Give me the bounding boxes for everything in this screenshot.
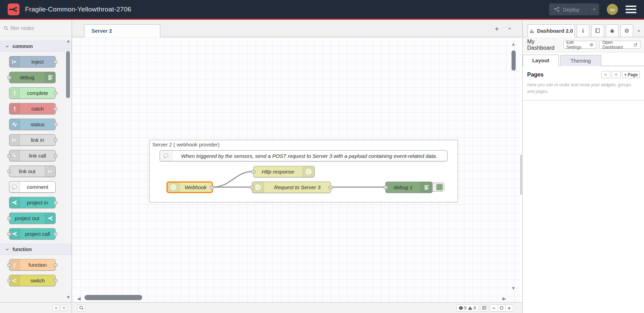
node-output-port[interactable] xyxy=(54,107,57,111)
user-avatar[interactable]: su xyxy=(607,4,618,15)
deploy-button[interactable]: Deploy xyxy=(549,3,599,15)
node-input-port[interactable] xyxy=(7,217,11,220)
add-page-button[interactable]: + Page xyxy=(622,71,640,78)
zoom-in-button[interactable]: + xyxy=(505,304,513,312)
external-link-icon xyxy=(634,43,637,47)
zoom-controls: − + xyxy=(490,304,513,312)
palette-node-project-call[interactable]: project call xyxy=(9,228,56,240)
canvas-scroll-left-icon[interactable]: ◀ xyxy=(77,296,81,301)
palette-category-function[interactable]: function xyxy=(0,244,72,255)
scroll-down-icon[interactable]: ▼ xyxy=(66,295,71,299)
flow-canvas[interactable]: ▲ ▼ ◀ ▶ Server 2 ( webhook provider)When… xyxy=(72,37,520,302)
node-output-port[interactable] xyxy=(210,186,214,189)
palette-node-project-in[interactable]: project in xyxy=(9,197,56,208)
deploy-options-button[interactable] xyxy=(589,3,599,15)
palette-scrollbar-thumb[interactable] xyxy=(66,51,70,98)
node-input-port[interactable] xyxy=(7,170,11,173)
flow-status-button[interactable]: 0 0 xyxy=(456,304,478,312)
node-output-port[interactable] xyxy=(54,263,57,267)
flow-node-http-response[interactable]: Http response xyxy=(253,166,315,177)
navigator-button[interactable] xyxy=(480,304,488,312)
sidebar-tab-list-button[interactable] xyxy=(637,29,641,33)
palette-node-link-in[interactable]: link in xyxy=(9,134,56,146)
open-dashboard-button[interactable]: Open Dashboard xyxy=(599,41,641,49)
node-red-logo-icon xyxy=(8,3,19,15)
node-input-port[interactable] xyxy=(250,186,254,189)
exclamation-icon xyxy=(12,106,17,112)
palette-node-label: project call xyxy=(20,228,55,239)
collapse-pages-button[interactable] xyxy=(601,71,610,78)
node-input-port[interactable] xyxy=(384,186,388,189)
palette-node-link-call[interactable]: link call xyxy=(9,150,56,161)
filter-nodes-input[interactable] xyxy=(10,25,63,31)
flow-node-label: Webhook xyxy=(179,183,212,192)
palette-node-debug[interactable]: debug xyxy=(9,72,56,83)
palette-category-common[interactable]: common xyxy=(0,41,72,52)
node-input-port[interactable] xyxy=(251,170,256,174)
flow-tab-server-2[interactable]: Server 2 xyxy=(84,24,160,37)
node-input-port[interactable] xyxy=(7,279,11,282)
canvas-hscrollbar-thumb[interactable] xyxy=(84,295,142,300)
flow-list-button[interactable] xyxy=(507,26,512,31)
canvas-scroll-up-icon[interactable]: ▲ xyxy=(511,42,516,46)
zoom-out-button[interactable]: − xyxy=(490,304,498,312)
tab-help[interactable] xyxy=(591,24,604,37)
canvas-scroll-right-icon[interactable]: ▶ xyxy=(502,296,506,301)
node-input-port[interactable] xyxy=(7,76,11,79)
map-icon xyxy=(482,305,487,310)
node-input-port[interactable] xyxy=(7,154,11,158)
node-output-port[interactable] xyxy=(54,232,57,236)
canvas-scroll-down-icon[interactable]: ▼ xyxy=(511,286,516,290)
expand-pages-button[interactable] xyxy=(612,71,621,78)
tab-config-nodes[interactable]: ⚙ xyxy=(620,24,633,37)
main-menu-button[interactable] xyxy=(626,6,636,13)
sidebar-splitter[interactable] xyxy=(520,37,522,302)
palette-node-project-out[interactable]: project out xyxy=(9,212,56,224)
debug-enable-toggle[interactable] xyxy=(431,183,444,192)
palette-list: commoninjectdebugcompletecatchstatuslink… xyxy=(0,37,72,302)
canvas-vscrollbar-thumb[interactable] xyxy=(512,50,516,71)
node-output-port[interactable] xyxy=(54,201,57,204)
node-output-port[interactable] xyxy=(54,91,57,95)
palette-node-inject[interactable]: inject xyxy=(9,56,56,67)
workspace: Server 2 + ▲ ▼ ◀ ▶ Server 2 ( webhook pr… xyxy=(72,20,522,313)
palette-node-function[interactable]: ffunction xyxy=(9,259,56,271)
node-output-port[interactable] xyxy=(54,154,57,158)
flow-node-debug-1[interactable]: debug 1 xyxy=(385,182,433,193)
palette-node-comment[interactable]: comment xyxy=(9,181,56,193)
expand-all-categories-button[interactable] xyxy=(61,305,67,311)
node-output-port[interactable] xyxy=(54,279,57,282)
flow-node-request-to-server-3[interactable]: Request to Server 3 xyxy=(252,182,331,193)
globe-icon xyxy=(305,168,312,175)
node-input-port[interactable] xyxy=(7,232,11,236)
node-output-port[interactable] xyxy=(329,186,333,189)
palette-node-status[interactable]: status xyxy=(9,119,56,130)
node-output-port[interactable] xyxy=(54,60,57,64)
add-flow-button[interactable]: + xyxy=(495,25,499,32)
palette-scrollbar[interactable]: ▲ ▼ xyxy=(65,37,71,302)
palette-node-switch[interactable]: switch xyxy=(9,275,56,286)
edit-settings-button[interactable]: Edit Settings ⚙ xyxy=(563,41,596,49)
tab-dashboard-2[interactable]: Dashboard 2.0 xyxy=(528,24,575,37)
tab-debug[interactable] xyxy=(606,24,619,37)
comment-node[interactable]: When triggered by the sensors, send a PO… xyxy=(160,150,448,161)
node-output-port[interactable] xyxy=(54,138,57,142)
palette-node-label: status xyxy=(20,119,55,130)
palette-node-link-out[interactable]: link out xyxy=(9,166,56,177)
tab-theming[interactable]: Theming xyxy=(560,55,601,66)
scroll-up-icon[interactable]: ▲ xyxy=(66,39,71,43)
node-input-port[interactable] xyxy=(7,263,11,267)
tab-info[interactable]: i xyxy=(577,24,589,37)
canvas-search-button[interactable] xyxy=(77,304,85,312)
zoom-reset-button[interactable] xyxy=(498,304,506,312)
palette-node-complete[interactable]: complete xyxy=(9,87,56,99)
node-output-port[interactable] xyxy=(54,123,57,126)
node-icon-region xyxy=(9,103,20,114)
collapse-all-categories-button[interactable] xyxy=(53,305,59,311)
dashboard-subtabs: Layout Theming xyxy=(523,55,644,66)
tab-layout[interactable]: Layout xyxy=(523,55,559,66)
flow-node-webhook[interactable]: Webhook xyxy=(167,182,213,193)
flow-group-label: Server 2 ( webhook provider) xyxy=(152,142,219,147)
debug-icon xyxy=(48,74,53,80)
palette-node-catch[interactable]: catch xyxy=(9,103,56,114)
